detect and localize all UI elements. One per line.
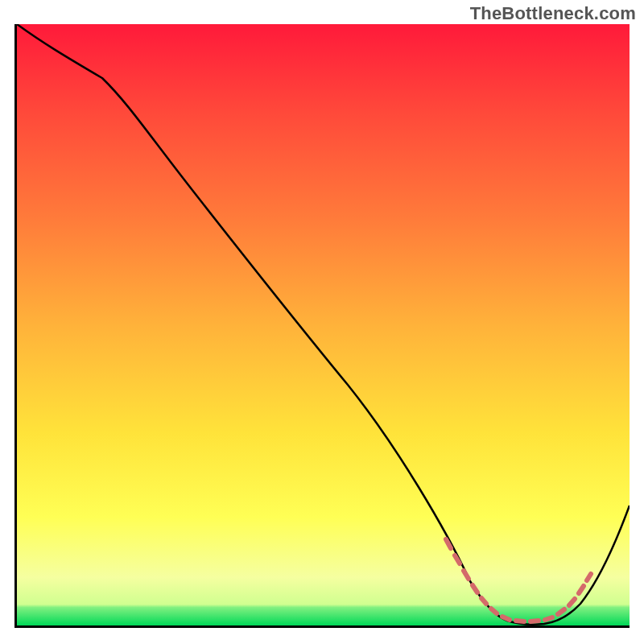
chart-container: TheBottleneck.com [0,0,644,644]
gradient-background [17,24,630,625]
chart-svg [17,24,630,625]
attribution-text: TheBottleneck.com [470,3,636,24]
plot-area [14,24,630,628]
